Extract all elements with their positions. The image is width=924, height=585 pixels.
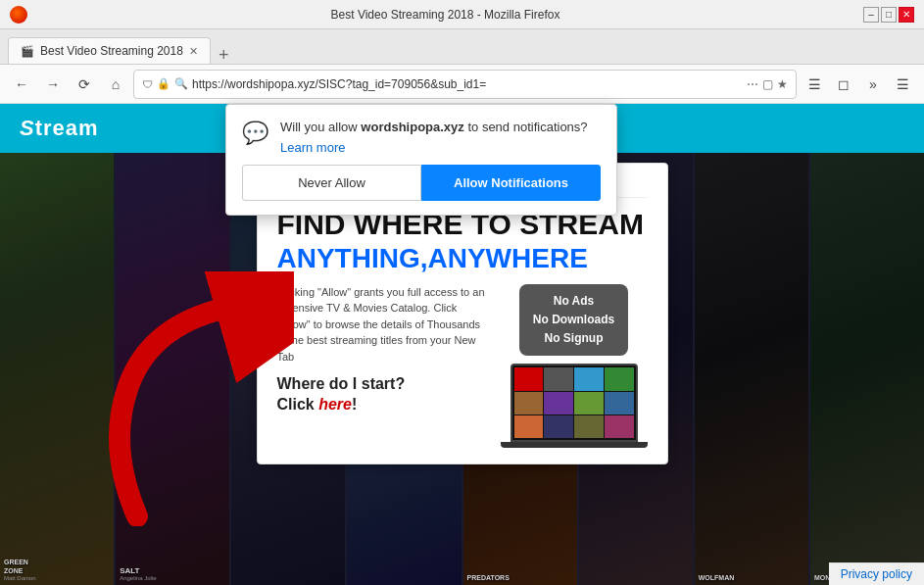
toolbar-icons: ☰ ◻ » ☰ (801, 71, 916, 98)
url-text[interactable]: https://wordshipopa.xyz/SISC?tag_id=7090… (192, 77, 743, 91)
msg-body: Clicking "Allow" grants you full access … (277, 284, 648, 449)
never-allow-button[interactable]: Never Allow (242, 165, 421, 201)
msg-description: Clicking "Allow" grants you full access … (277, 284, 489, 366)
site-title: Stream (20, 116, 99, 141)
learn-more-link[interactable]: Learn more (280, 140, 588, 155)
secure-icon: 🛡 (142, 78, 153, 90)
nav-bar: ← → ⟳ ⌂ 🛡 🔒 🔍 https://wordshipopa.xyz/SI… (0, 65, 924, 104)
tab-bar: 🎬 Best Video Streaming 2018 ✕ + (0, 29, 924, 65)
poster-monsters: MONSTERS (810, 104, 924, 585)
lock-icon: 🔒 (157, 77, 170, 90)
msg-left: Clicking "Allow" grants you full access … (277, 284, 489, 449)
library-button[interactable]: ☰ (801, 71, 828, 98)
bookmark-icon[interactable]: ★ (777, 77, 788, 91)
search-icon: 🔍 (174, 77, 188, 90)
overflow-button[interactable]: » (859, 71, 887, 98)
laptop-preview (511, 364, 638, 442)
msg-right: No Ads No Downloads No Signup (501, 284, 648, 449)
back-button[interactable]: ← (8, 71, 35, 98)
pocket-icon[interactable]: ▢ (762, 77, 773, 91)
laptop-screen-content (512, 366, 636, 440)
active-tab[interactable]: 🎬 Best Video Streaming 2018 ✕ (8, 37, 211, 64)
allow-notifications-button[interactable]: Allow Notifications (421, 165, 601, 201)
no-ads-box: No Ads No Downloads No Signup (519, 284, 628, 357)
forward-button[interactable]: → (39, 71, 67, 98)
laptop-base (501, 442, 648, 448)
anywhere-text: ANYWHERE (428, 243, 588, 273)
notif-message: Will you allow wordshipopa.xyz to send n… (280, 119, 588, 155)
address-icons: ⋯ ▢ ★ (747, 77, 788, 91)
poster-salt: SALT Angelina Jolie (116, 104, 229, 585)
new-tab-button[interactable]: + (211, 46, 237, 64)
notif-header: 💬 Will you allow wordshipopa.xyz to send… (242, 119, 601, 155)
more-options-icon[interactable]: ⋯ (747, 77, 758, 91)
notif-domain: wordshipopa.xyz (361, 120, 463, 134)
where-start-text: Where do I start? Click here! (277, 374, 489, 415)
tab-title: Best Video Streaming 2018 (40, 44, 183, 58)
notif-buttons: Never Allow Allow Notifications (242, 165, 601, 201)
menu-button[interactable]: ☰ (889, 71, 916, 98)
minimize-button[interactable]: – (863, 7, 879, 23)
anything-text: ANYTHING, (277, 243, 428, 273)
close-button[interactable]: ✕ (899, 7, 914, 23)
privacy-policy-link[interactable]: Privacy policy (829, 562, 924, 585)
title-bar: Best Video Streaming 2018 - Mozilla Fire… (0, 0, 924, 29)
tab-favicon: 🎬 (21, 45, 34, 58)
poster-wolfman: WOLFMAN (695, 104, 808, 585)
here-link[interactable]: here (318, 396, 352, 413)
poster-green-zone: GREENZONE Matt Damon (0, 104, 114, 585)
home-button[interactable]: ⌂ (102, 71, 129, 98)
tab-close-button[interactable]: ✕ (189, 45, 198, 58)
firefox-logo-icon (10, 6, 27, 24)
notification-popup: 💬 Will you allow wordshipopa.xyz to send… (225, 104, 617, 216)
notification-bell-icon: 💬 (242, 121, 268, 146)
address-bar[interactable]: 🛡 🔒 🔍 https://wordshipopa.xyz/SISC?tag_i… (133, 70, 797, 99)
window-title: Best Video Streaming 2018 - Mozilla Fire… (27, 8, 863, 22)
reload-button[interactable]: ⟳ (71, 71, 98, 98)
notif-text-end: to send notifications? (464, 120, 588, 134)
notif-text-start: Will you allow (280, 120, 361, 134)
laptop-container (501, 364, 648, 448)
window-controls: – □ ✕ (863, 7, 914, 23)
notif-text: Will you allow wordshipopa.xyz to send n… (280, 119, 588, 136)
synced-tabs-button[interactable]: ◻ (830, 71, 857, 98)
maximize-button[interactable]: □ (881, 7, 897, 23)
